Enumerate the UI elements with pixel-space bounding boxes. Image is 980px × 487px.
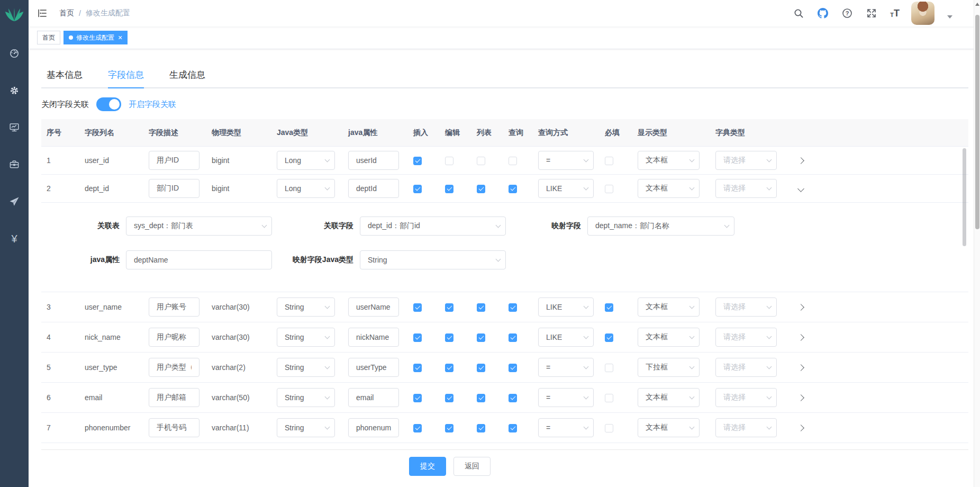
edit-checkbox[interactable] <box>445 364 453 372</box>
display-type-select[interactable]: 文本框 <box>638 179 700 198</box>
insert-checkbox[interactable] <box>413 185 422 193</box>
list-checkbox[interactable] <box>477 333 485 342</box>
description-input[interactable] <box>149 179 199 198</box>
display-type-select[interactable]: 文本框 <box>638 151 700 170</box>
sidebar-item-pay[interactable]: ¥ <box>0 220 29 257</box>
insert-checkbox[interactable] <box>413 394 422 402</box>
insert-checkbox[interactable] <box>413 333 422 342</box>
required-checkbox[interactable] <box>605 394 613 402</box>
edit-checkbox[interactable] <box>445 424 453 432</box>
dict-type-select[interactable]: 请选择 <box>715 418 777 437</box>
description-input[interactable] <box>149 151 199 170</box>
tag-home[interactable]: 首页 <box>37 31 60 44</box>
search-button[interactable] <box>793 7 804 19</box>
tab-field-info[interactable]: 字段信息 <box>95 63 157 87</box>
insert-checkbox[interactable] <box>413 303 422 312</box>
sidebar-item-dashboard[interactable] <box>0 35 29 72</box>
java-type-select[interactable]: String <box>277 388 335 407</box>
required-checkbox[interactable] <box>605 157 613 165</box>
query-checkbox[interactable] <box>509 185 517 193</box>
mapping-java-type-select[interactable]: String <box>360 250 506 269</box>
java-attr-input[interactable] <box>348 358 399 377</box>
java-type-select[interactable]: String <box>277 418 335 437</box>
table-scrollbar-thumb[interactable] <box>963 148 966 246</box>
display-type-select[interactable]: 文本框 <box>638 328 700 347</box>
query-checkbox[interactable] <box>509 424 517 432</box>
dict-type-select[interactable]: 请选择 <box>715 328 777 347</box>
dict-type-select[interactable]: 请选择 <box>715 179 777 198</box>
list-checkbox[interactable] <box>477 157 485 165</box>
insert-checkbox[interactable] <box>413 364 422 372</box>
tab-generate-info[interactable]: 生成信息 <box>157 63 218 87</box>
expand-row-icon[interactable] <box>797 364 804 371</box>
edit-checkbox[interactable] <box>445 333 453 342</box>
java-attr-input[interactable] <box>348 418 399 437</box>
java-attr-input[interactable] <box>348 151 399 170</box>
edit-checkbox[interactable] <box>445 157 453 165</box>
switch-on-label[interactable]: 开启字段关联 <box>129 100 176 110</box>
expand-row-icon[interactable] <box>797 157 804 164</box>
query-method-select[interactable]: = <box>538 418 594 437</box>
edit-checkbox[interactable] <box>445 185 453 193</box>
page-scrollbar-thumb[interactable] <box>975 15 979 229</box>
github-button[interactable] <box>817 7 829 19</box>
tag-current-page[interactable]: 修改生成配置 × <box>63 31 128 44</box>
list-checkbox[interactable] <box>477 303 485 312</box>
caret-down-icon[interactable] <box>947 15 952 19</box>
relation-field-select[interactable]: dept_id：部门id <box>360 217 506 236</box>
sidebar-item-guide[interactable] <box>0 183 29 220</box>
query-method-select[interactable]: LIKE <box>538 297 594 317</box>
list-checkbox[interactable] <box>477 185 485 193</box>
query-method-select[interactable]: LIKE <box>538 179 594 198</box>
fullscreen-button[interactable] <box>866 7 877 19</box>
breadcrumb-home[interactable]: 首页 <box>59 8 74 18</box>
insert-checkbox[interactable] <box>413 424 422 432</box>
dict-type-select[interactable]: 请选择 <box>715 388 777 407</box>
sidebar-item-system[interactable] <box>0 72 29 109</box>
user-avatar[interactable] <box>911 2 934 25</box>
font-size-button[interactable]: TT <box>890 8 900 18</box>
page-scrollbar[interactable] <box>974 0 980 487</box>
back-button[interactable]: 返回 <box>453 457 491 476</box>
dict-type-select[interactable]: 请选择 <box>715 358 777 377</box>
description-input[interactable] <box>149 358 199 377</box>
java-type-select[interactable]: String <box>277 328 335 347</box>
required-checkbox[interactable] <box>605 364 613 372</box>
mapping-field-select[interactable]: dept_name：部门名称 <box>587 217 734 236</box>
submit-button[interactable]: 提交 <box>409 457 446 476</box>
list-checkbox[interactable] <box>477 364 485 372</box>
sidebar-item-tool[interactable] <box>0 146 29 183</box>
description-input[interactable] <box>149 388 199 407</box>
query-checkbox[interactable] <box>509 364 517 372</box>
java-attr-input[interactable] <box>348 179 399 198</box>
display-type-select[interactable]: 文本框 <box>638 388 700 407</box>
insert-checkbox[interactable] <box>413 157 422 165</box>
query-method-select[interactable]: LIKE <box>538 328 594 347</box>
description-input[interactable] <box>149 418 199 437</box>
dict-type-select[interactable]: 请选择 <box>715 297 777 317</box>
query-checkbox[interactable] <box>509 303 517 312</box>
expand-row-icon[interactable] <box>797 304 804 311</box>
query-checkbox[interactable] <box>509 157 517 165</box>
display-type-select[interactable]: 文本框 <box>638 418 700 437</box>
field-relation-toggle[interactable] <box>96 97 121 111</box>
query-method-select[interactable]: = <box>538 388 594 407</box>
java-type-select[interactable]: String <box>277 297 335 317</box>
dict-type-select[interactable]: 请选择 <box>715 151 777 170</box>
description-input[interactable] <box>149 297 199 317</box>
query-method-select[interactable]: = <box>538 151 594 170</box>
relation-table-select[interactable]: sys_dept：部门表 <box>126 217 272 236</box>
expand-row-icon[interactable] <box>797 334 804 341</box>
java-type-select[interactable]: Long <box>277 151 335 170</box>
edit-checkbox[interactable] <box>445 394 453 402</box>
help-button[interactable]: ? <box>841 7 853 19</box>
java-attr-input[interactable] <box>348 388 399 407</box>
list-checkbox[interactable] <box>477 424 485 432</box>
required-checkbox[interactable] <box>605 333 613 342</box>
required-checkbox[interactable] <box>605 424 613 432</box>
required-checkbox[interactable] <box>605 185 613 193</box>
sidebar-fold-button[interactable] <box>37 7 49 19</box>
edit-checkbox[interactable] <box>445 303 453 312</box>
relation-java-attr-input[interactable] <box>126 250 272 269</box>
required-checkbox[interactable] <box>605 303 613 312</box>
